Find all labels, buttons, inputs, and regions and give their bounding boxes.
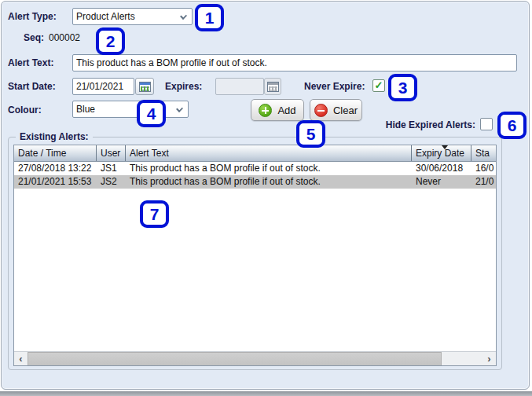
scrollbar-track[interactable] (28, 352, 482, 366)
callout-4: 4 (137, 100, 166, 127)
callout-5: 5 (296, 120, 325, 148)
calendar-icon (139, 82, 151, 92)
calendar-icon-disabled (267, 82, 279, 92)
colour-label: Colour: (8, 104, 42, 116)
clear-button[interactable]: Clear (310, 99, 362, 121)
cell-user: JS1 (97, 162, 126, 175)
add-button[interactable]: Add (251, 99, 304, 121)
add-plus-icon (259, 104, 272, 117)
callout-3: 3 (388, 74, 417, 101)
alert-text-value: This product has a BOM profile if out of… (76, 57, 267, 68)
never-expire-checkbox[interactable]: ✓ (372, 79, 385, 92)
scrollbar-thumb[interactable] (28, 352, 442, 366)
colour-value: Blue (76, 104, 95, 115)
scroll-right-button[interactable]: › (482, 352, 496, 366)
cell-start-date: 16/0 (471, 162, 496, 175)
seq-value: 000002 (49, 32, 80, 43)
start-date-label: Start Date: (8, 81, 56, 92)
column-header-date-time[interactable]: Date / Time (14, 145, 97, 161)
hide-expired-checkbox[interactable]: ✓ (480, 118, 493, 130)
callout-6: 6 (497, 112, 526, 139)
callout-2: 2 (96, 28, 125, 55)
table-header[interactable]: Date / Time User Alert Text Expiry Date … (14, 145, 496, 162)
start-date-value: 21/01/2021 (76, 81, 123, 92)
clear-minus-icon (314, 104, 328, 117)
column-header-start-date[interactable]: Sta (471, 145, 496, 161)
chevron-down-icon (180, 13, 187, 20)
seq-label: Seq: (24, 32, 44, 43)
hide-expired-label: Hide Expired Alerts: (363, 119, 475, 130)
cell-start-date: 21/0 (471, 175, 496, 189)
clear-button-label: Clear (333, 104, 358, 116)
alert-type-label: Alert Type: (8, 11, 57, 22)
cell-expiry-date: 30/06/2018 (412, 162, 471, 175)
column-header-alert-text[interactable]: Alert Text (126, 145, 412, 161)
alert-form-panel: Alert Type: Product Alerts Seq: 000002 A… (1, 1, 530, 390)
column-header-expiry-date[interactable]: Expiry Date (412, 145, 471, 161)
colour-select[interactable]: Blue (72, 101, 189, 118)
cell-date-time: 21/01/2021 15:53 (14, 175, 97, 189)
alert-type-value: Product Alerts (76, 11, 135, 22)
cell-date-time: 27/08/2018 13:22 (14, 162, 97, 175)
alert-type-select[interactable]: Product Alerts (72, 8, 193, 25)
expires-input (215, 78, 264, 95)
table-row[interactable]: 27/08/2018 13:22 JS1 This product has a … (14, 162, 496, 175)
existing-alerts-table[interactable]: Date / Time User Alert Text Expiry Date … (13, 145, 497, 366)
checkmark-icon: ✓ (375, 80, 383, 90)
scroll-left-button[interactable]: ‹ (14, 352, 28, 366)
cell-user: JS2 (97, 175, 126, 189)
callout-7: 7 (140, 200, 169, 228)
alert-text-label: Alert Text: (8, 57, 53, 68)
window-bottom-edge (0, 391, 532, 396)
expires-label: Expires: (165, 81, 202, 92)
alert-text-input[interactable]: This product has a BOM profile if out of… (72, 54, 517, 72)
cell-alert-text: This product has a BOM profile if out of… (126, 162, 412, 175)
chevron-down-icon (176, 105, 183, 112)
never-expire-label: Never Expire: (304, 81, 365, 92)
expires-calendar-button (264, 78, 281, 95)
add-button-label: Add (277, 104, 295, 116)
start-date-calendar-button[interactable] (135, 78, 154, 95)
existing-alerts-title: Existing Alerts: (16, 131, 93, 142)
cell-expiry-date: Never (412, 175, 471, 189)
start-date-input[interactable]: 21/01/2021 (72, 78, 134, 95)
horizontal-scrollbar[interactable]: ‹ › (14, 351, 496, 365)
sort-desc-icon (442, 145, 448, 149)
callout-1: 1 (195, 4, 224, 31)
table-row[interactable]: 21/01/2021 15:53 JS2 This product has a … (14, 175, 496, 189)
cell-alert-text: This product has a BOM profile if out of… (126, 175, 412, 189)
column-header-user[interactable]: User (97, 145, 126, 161)
